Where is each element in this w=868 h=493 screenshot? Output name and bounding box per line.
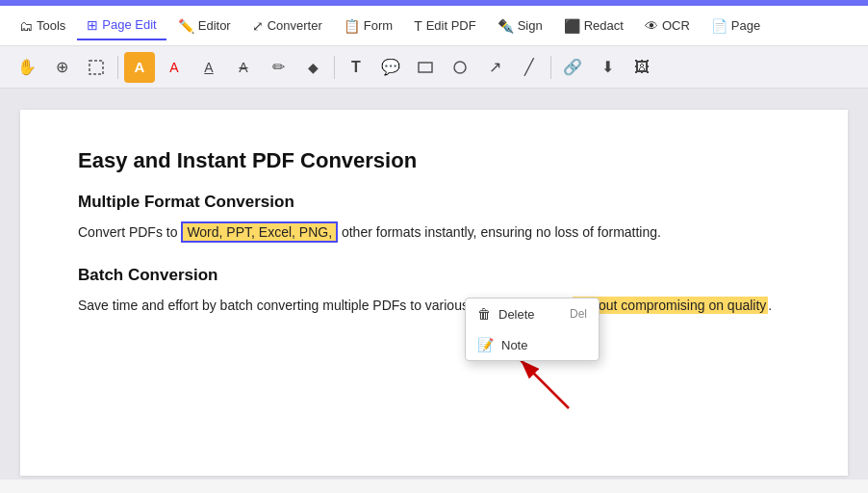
eraser-tool[interactable]: ◆ xyxy=(297,52,328,83)
line-tool[interactable]: ╱ xyxy=(514,52,545,83)
nav-item-edit-pdf[interactable]: T Edit PDF xyxy=(404,13,486,39)
section1-paragraph: Convert PDFs to Word, PPT, Excel, PNG, o… xyxy=(78,221,790,243)
link-tool[interactable]: 🔗 xyxy=(557,52,588,83)
ocr-icon: 👁 xyxy=(645,18,658,34)
note-label: Note xyxy=(501,338,527,352)
separator-2 xyxy=(334,56,335,79)
nav-label-converter: Converter xyxy=(268,18,322,33)
delete-shortcut: Del xyxy=(570,307,587,321)
note-icon: 📝 xyxy=(477,337,494,352)
pencil-tool[interactable]: ✏ xyxy=(263,52,294,83)
nav-label-editor: Editor xyxy=(198,18,231,33)
comment-tool[interactable]: 💬 xyxy=(375,52,406,83)
nav-label-edit-pdf: Edit PDF xyxy=(426,18,476,33)
svg-rect-1 xyxy=(419,63,432,72)
download-tool[interactable]: ⬇ xyxy=(592,52,623,83)
section1-text-after: other formats instantly, ensuring no los… xyxy=(338,224,661,240)
nav-toolbar: 🗂 Tools ⊞ Page Edit ✏️ Editor ⤢ Converte… xyxy=(0,6,868,46)
select-tool[interactable] xyxy=(81,52,112,83)
nav-label-ocr: OCR xyxy=(662,18,690,33)
text-strikethrough-tool[interactable]: A xyxy=(228,52,259,83)
context-menu-note[interactable]: 📝 Note xyxy=(466,329,599,360)
text-color-tool[interactable]: A xyxy=(159,52,190,83)
nav-label-page-edit: Page Edit xyxy=(102,17,156,32)
zoom-in-tool[interactable]: ⊕ xyxy=(46,52,77,83)
section2-text-after: . xyxy=(768,298,772,313)
nav-item-editor[interactable]: ✏️ Editor xyxy=(168,13,241,39)
section2-paragraph: Save time and effort by batch converting… xyxy=(78,295,790,316)
image-tool[interactable]: 🖼 xyxy=(626,52,657,83)
nav-item-tools[interactable]: 🗂 Tools xyxy=(10,13,75,39)
edit-pdf-icon: T xyxy=(414,18,422,34)
arrow-tool[interactable]: ↗ xyxy=(479,52,510,83)
svg-rect-0 xyxy=(89,61,103,74)
rectangle-tool[interactable] xyxy=(410,52,441,83)
section-multiple-format: Multiple Format Conversion Convert PDFs … xyxy=(78,193,790,243)
nav-label-form: Form xyxy=(364,18,393,33)
text-underline-tool[interactable]: A xyxy=(193,52,224,83)
document-content: Easy and Instant PDF Conversion Multiple… xyxy=(20,110,848,476)
redact-icon: ⬛ xyxy=(564,18,580,34)
section1-highlighted-text: Word, PPT, Excel, PNG, xyxy=(181,221,338,243)
context-menu: 🗑 Delete Del 📝 Note xyxy=(465,298,600,361)
nav-item-page[interactable]: 📄 Page xyxy=(702,13,770,39)
sign-icon: ✒️ xyxy=(498,18,514,34)
section-batch-conversion: Batch Conversion Save time and effort by… xyxy=(78,266,790,316)
tools-icon: 🗂 xyxy=(19,18,33,34)
context-menu-delete[interactable]: 🗑 Delete Del xyxy=(466,298,599,329)
nav-item-page-edit[interactable]: ⊞ Page Edit xyxy=(77,12,166,40)
svg-line-4 xyxy=(521,360,569,408)
nav-item-ocr[interactable]: 👁 OCR xyxy=(635,13,700,39)
form-icon: 📋 xyxy=(344,18,360,34)
circle-tool[interactable] xyxy=(445,52,475,83)
nav-item-form[interactable]: 📋 Form xyxy=(334,13,402,39)
delete-icon: 🗑 xyxy=(477,306,491,322)
section1-heading: Multiple Format Conversion xyxy=(78,193,790,212)
separator-1 xyxy=(117,56,118,79)
converter-icon: ⤢ xyxy=(252,18,264,34)
page-edit-icon: ⊞ xyxy=(87,17,98,33)
hand-tool[interactable]: ✋ xyxy=(12,52,42,83)
svg-point-2 xyxy=(454,62,466,73)
section1-text-before: Convert PDFs to xyxy=(78,224,181,240)
main-heading: Easy and Instant PDF Conversion xyxy=(78,148,790,173)
nav-label-tools: Tools xyxy=(37,18,65,33)
editor-icon: ✏️ xyxy=(178,18,194,34)
nav-label-redact: Redact xyxy=(584,18,624,33)
nav-label-sign: Sign xyxy=(518,18,543,33)
text-insert-tool[interactable]: T xyxy=(341,52,371,83)
nav-item-redact[interactable]: ⬛ Redact xyxy=(554,13,633,39)
section2-heading: Batch Conversion xyxy=(78,266,790,285)
nav-label-page: Page xyxy=(731,18,760,33)
delete-label: Delete xyxy=(498,307,535,322)
tool-toolbar: ✋ ⊕ A A A A ✏ ◆ T 💬 ↗ ╱ 🔗 ⬇ 🖼 xyxy=(0,46,868,89)
section2-highlighted-text: without compromising on quality xyxy=(573,297,768,314)
nav-item-sign[interactable]: ✒️ Sign xyxy=(488,13,552,39)
nav-item-converter[interactable]: ⤢ Converter xyxy=(243,13,332,39)
page-icon: 📄 xyxy=(711,18,728,34)
separator-3 xyxy=(550,56,551,79)
highlight-tool[interactable]: A xyxy=(124,52,155,83)
